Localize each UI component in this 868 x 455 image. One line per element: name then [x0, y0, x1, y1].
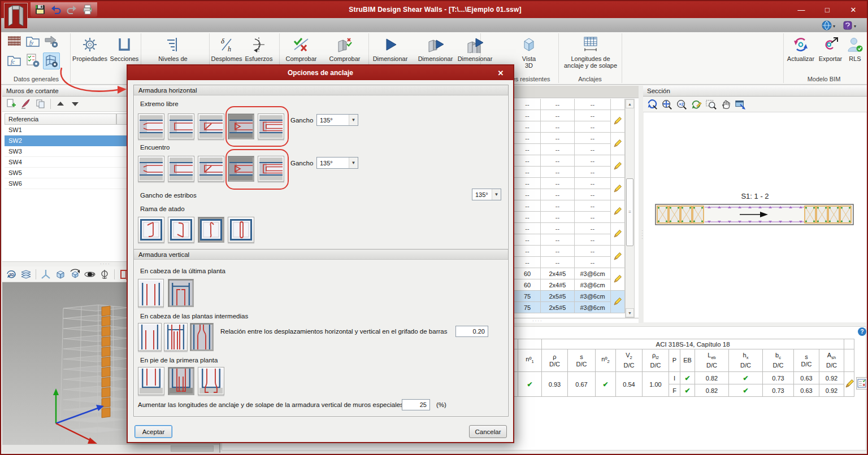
ribbon-button-actualizar[interactable]: Actualizar	[785, 33, 817, 73]
copy-wall-button[interactable]	[34, 98, 47, 110]
extremo-option-3[interactable]	[198, 113, 224, 139]
encuentro-option-5[interactable]	[258, 156, 284, 182]
ultima-option-2[interactable]	[168, 279, 194, 307]
edit-row-button[interactable]	[611, 291, 625, 313]
extremo-option-1[interactable]	[138, 113, 164, 139]
edit-row-button[interactable]	[611, 246, 625, 268]
encuentro-option-3[interactable]	[198, 156, 224, 182]
print-icon[interactable]	[81, 3, 94, 16]
edit-row-button[interactable]	[611, 133, 625, 155]
rotate-3d-icon[interactable]: 3D	[5, 268, 18, 281]
intermedias-option-1[interactable]	[138, 323, 162, 351]
zoom-scale-icon[interactable]: ×2	[675, 98, 688, 111]
gear-arrow-button[interactable]	[43, 33, 60, 50]
gancho-2-select[interactable]: 135° ▼	[316, 157, 358, 169]
extremo-option-2[interactable]	[168, 113, 194, 139]
ribbon-button-rls[interactable]: RLS	[844, 33, 866, 73]
splitter-handle[interactable]: ····	[100, 261, 111, 266]
stories-scrollbar[interactable]: ▲ ≡ ▼	[625, 99, 635, 318]
doc-gear-button[interactable]	[24, 53, 41, 69]
report-checklist-button[interactable]	[856, 377, 867, 390]
encuentro-option-1[interactable]	[138, 156, 164, 182]
isometric-cube-icon[interactable]	[54, 268, 67, 281]
result-cell: 0.93	[542, 372, 568, 397]
pan-hand-icon[interactable]	[719, 98, 732, 111]
ribbon-button-exportar[interactable]: Exportar	[816, 33, 845, 73]
chevron-down-icon: ▼	[349, 115, 358, 125]
table-cell: --	[514, 99, 541, 110]
move-down-button[interactable]	[69, 98, 81, 110]
cancelar-button[interactable]: Cancelar	[469, 425, 507, 438]
edit-wall-button[interactable]	[20, 98, 32, 110]
pie-option-3[interactable]	[198, 367, 224, 395]
move-up-button[interactable]	[54, 98, 67, 110]
rama-option-1[interactable]	[138, 217, 164, 243]
dialog-close-icon[interactable]: ✕	[493, 65, 509, 80]
undo-icon[interactable]	[50, 3, 62, 16]
vertical-splitter[interactable]: ····	[639, 86, 643, 323]
encuentro-option-2[interactable]	[168, 156, 194, 182]
axes-icon[interactable]	[40, 268, 52, 281]
edit-row-button[interactable]	[611, 200, 625, 223]
zoom-extents-icon[interactable]	[661, 98, 673, 111]
horizontal-scrollbar[interactable]	[2, 445, 219, 453]
ribbon-button-propiedades[interactable]: Propiedades	[72, 33, 107, 73]
add-wall-button[interactable]	[5, 98, 18, 110]
table-cell: --	[575, 178, 611, 189]
edit-row-button[interactable]	[611, 268, 625, 291]
scroll-down-icon[interactable]: ▼	[626, 308, 634, 317]
help-circle-icon[interactable]: ?	[858, 327, 866, 336]
extremo-option-4[interactable]	[228, 113, 254, 139]
zoom-window-icon[interactable]	[705, 98, 717, 111]
gancho-1-select[interactable]: 135° ▼	[316, 114, 358, 126]
extremo-option-5[interactable]	[258, 113, 284, 139]
frame-gear-button[interactable]	[43, 53, 60, 69]
redraw-icon[interactable]	[690, 98, 702, 111]
edit-row-button[interactable]	[611, 223, 625, 246]
ribbon-button-vista[interactable]: Vista3D	[512, 33, 546, 73]
relacion-input[interactable]: 0.20	[455, 326, 488, 337]
edit-result-button[interactable]	[844, 377, 855, 390]
help-menu-button[interactable]: ▾	[843, 20, 856, 32]
turntable-icon[interactable]	[98, 268, 111, 281]
seccion-canvas[interactable]: S1: 1 - 2	[644, 112, 866, 322]
aumentar-input[interactable]: 25	[402, 399, 430, 410]
muros-column-header[interactable]: Referencia	[5, 113, 116, 125]
intermedias-option-2[interactable]	[164, 323, 188, 351]
fc-folder-button[interactable]: fc	[6, 53, 23, 69]
ultima-option-1[interactable]	[138, 279, 164, 307]
table-cell: 75	[514, 302, 541, 313]
rebar-button[interactable]	[6, 33, 23, 50]
rama-option-4[interactable]	[228, 217, 254, 243]
dialog-titlebar[interactable]: Opciones de anclaje ✕	[128, 65, 513, 80]
orbit-icon[interactable]	[84, 268, 96, 281]
language-globe-button[interactable]: ▾	[822, 20, 835, 32]
scroll-up-icon[interactable]: ▲	[626, 99, 634, 108]
minimize-button[interactable]: —	[789, 1, 814, 18]
edit-row-button[interactable]	[611, 155, 625, 178]
pie-option-1[interactable]	[138, 367, 164, 395]
rama-option-3[interactable]	[198, 217, 224, 243]
edit-row-button[interactable]	[611, 110, 625, 133]
ribbon-button-longitudes-de[interactable]: Longitudes deanclaje y de solape	[562, 33, 619, 73]
aceptar-button[interactable]: Aceptar	[134, 425, 172, 438]
maximize-button[interactable]: □	[815, 1, 840, 18]
save-icon[interactable]	[34, 3, 46, 16]
rotate-cube-icon[interactable]	[69, 268, 81, 281]
gancho-estribos-select[interactable]: 135° ▼	[472, 189, 501, 200]
intermedias-option-3[interactable]	[190, 323, 214, 351]
encuentro-option-4[interactable]	[228, 156, 254, 182]
layers-icon[interactable]	[20, 268, 32, 281]
pie-option-2[interactable]	[168, 367, 194, 395]
scrollbar-thumb[interactable]	[171, 445, 214, 452]
redo-icon[interactable]	[66, 3, 78, 16]
rotate-view-icon[interactable]	[646, 98, 658, 111]
table-cell: --	[541, 99, 575, 110]
rama-option-2[interactable]	[168, 217, 194, 243]
edit-row-button[interactable]	[611, 178, 625, 200]
app-menu-button[interactable]	[4, 3, 28, 29]
fy-folder-button[interactable]: fy	[24, 33, 41, 50]
scrollbar-thumb[interactable]: ≡	[626, 178, 633, 246]
close-button[interactable]: ✕	[841, 1, 866, 18]
export-view-icon[interactable]	[734, 98, 747, 111]
